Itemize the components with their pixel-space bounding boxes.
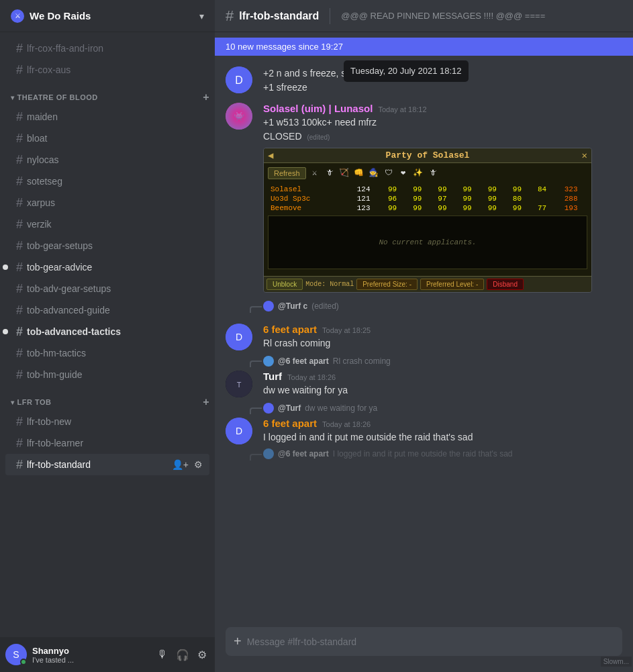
six-feet-text: Rl crash coming: [263, 336, 622, 350]
applicants-area: No current applicants.: [268, 215, 587, 269]
hash-icon: #: [16, 111, 23, 123]
channel-item-tob-gear-advice[interactable]: # tob-gear-advice: [5, 256, 209, 278]
avatar-area: T: [226, 371, 252, 397]
hash-icon: #: [16, 261, 23, 273]
channel-item-lfr-cox-ffa[interactable]: # lfr-cox-ffa-and-iron: [5, 38, 209, 59]
member-def-3: 99: [430, 203, 454, 213]
category-add-icon[interactable]: +: [203, 91, 209, 103]
channel-item-maiden[interactable]: # maiden: [5, 106, 209, 128]
six-feet-avatar-2: D: [226, 418, 252, 444]
svg-text:D: D: [236, 426, 242, 436]
turf-reply-preview: @6 feet apart Rl crash coming: [215, 353, 633, 368]
hash-icon: #: [16, 459, 23, 471]
member-str-2: 99: [405, 194, 430, 203]
svg-text:👾: 👾: [234, 111, 245, 122]
solasel-content: Solasel (uim) | Lunasol Today at 18:12 +…: [263, 103, 622, 293]
attach-button[interactable]: +: [234, 627, 242, 656]
channel-item-lfr-tob-learner[interactable]: # lfr-tob-learner: [5, 432, 209, 454]
channel-label: lfr-tob-standard: [27, 459, 91, 470]
embed-titlebar: ◀ Party of Solasel ✕: [264, 148, 591, 163]
channel-topic: @@@ READ PINNED MESSAGES !!!! @@@ ====: [341, 11, 622, 21]
channel-header-name: lfr-tob-standard: [239, 10, 319, 22]
channel-label: tob-adv-gear-setups: [27, 283, 111, 294]
channel-item-tob-adv-gear-setups[interactable]: # tob-adv-gear-setups: [5, 278, 209, 299]
turf-avatar: T: [226, 371, 252, 397]
refresh-button[interactable]: Refresh: [268, 167, 306, 179]
channel-item-tob-advanced-tactics[interactable]: # tob-advanced-tactics: [5, 321, 209, 342]
member-att-2: 96: [380, 194, 405, 203]
shield-icon: 🛡: [383, 167, 395, 179]
channel-item-tob-gear-setups[interactable]: # tob-gear-setups: [5, 235, 209, 256]
quote-text: I logged in and it put me outside the ra…: [333, 449, 513, 459]
channel-item-tob-advanced-guide[interactable]: # tob-advanced-guide: [5, 299, 209, 321]
messages-container: 10 new messages since 19:27 D +2 n and s…: [215, 32, 633, 627]
avatar-area: D: [226, 66, 252, 93]
user-settings-icon[interactable]: ⚙: [195, 646, 209, 664]
preferred-level-button[interactable]: Preferred Level: -: [420, 279, 484, 290]
mute-icon[interactable]: 🎙: [154, 646, 171, 664]
svg-text:D: D: [235, 75, 243, 86]
channel-item-nylocas[interactable]: # nylocas: [5, 149, 209, 171]
deafen-icon[interactable]: 🎧: [173, 646, 192, 664]
embed-back-button[interactable]: ◀: [268, 150, 273, 161]
category-theatre-of-blood[interactable]: ▾ THEATRE OF BLOOD +: [0, 81, 215, 106]
hash-icon: #: [16, 197, 23, 209]
channel-item-lfr-tob-standard[interactable]: # lfr-tob-standard 👤+ ⚙: [5, 454, 209, 475]
channel-item-bloat[interactable]: # bloat: [5, 128, 209, 149]
preferred-size-button[interactable]: Preferred Size: -: [356, 279, 418, 290]
hash-icon: #: [16, 64, 23, 76]
sword-icon: ⚔: [309, 167, 321, 179]
magic-icon: 🧙: [368, 167, 380, 179]
member-cb-1: 124: [347, 185, 380, 194]
category-lfr-tob[interactable]: ▾ LFR TOB +: [0, 385, 215, 411]
category-label: LFR TOB: [17, 398, 52, 406]
member-kc-1: 323: [554, 185, 587, 194]
channel-item-lfr-cox-aus[interactable]: # lfr-cox-aus: [5, 59, 209, 81]
message-input[interactable]: [247, 629, 614, 655]
channel-item-verzik[interactable]: # verzik: [5, 213, 209, 235]
member-att-3: 99: [380, 203, 405, 213]
member-pray-3: 77: [530, 203, 554, 213]
reply-text-preview: (edited): [311, 301, 339, 311]
channel-item-sotetseg[interactable]: # sotetseg: [5, 171, 209, 192]
six-feet-timestamp: Today at 18:25: [322, 326, 371, 334]
channel-list: # lfr-cox-ffa-and-iron # lfr-cox-aus ▾ T…: [0, 32, 215, 637]
hash-icon: #: [16, 132, 23, 144]
member-name-1: Solasel: [268, 185, 347, 194]
hash-icon: #: [16, 283, 23, 295]
six-feet-reply-preview-2: @Turf dw we waiting for ya: [215, 400, 633, 415]
unblock-button[interactable]: Unblock: [266, 279, 303, 290]
unread-dot: [3, 329, 8, 334]
channel-item-tob-hm-guide[interactable]: # tob-hm-guide: [5, 364, 209, 385]
message-header: Turf Today at 18:26: [263, 371, 622, 382]
message-text-2: +1 sfreeze Tuesday, 20 July 2021 18:12: [263, 81, 622, 95]
embed-close-button[interactable]: ✕: [582, 150, 587, 161]
mode-value-text: Normal: [330, 281, 354, 288]
six-feet-message-2: D 6 feet apart Today at 18:26 I logged i…: [215, 415, 633, 447]
channel-item-tob-hm-tactics[interactable]: # tob-hm-tactics: [5, 342, 209, 364]
six-feet-content: 6 feet apart Today at 18:25 Rl crash com…: [263, 324, 622, 350]
reply-to-username: @Turf c: [278, 301, 307, 311]
user-info: Shannyo I've tasted ...: [32, 646, 149, 664]
edited-label: (edited): [307, 134, 330, 141]
prayer-icon: ✨: [412, 167, 424, 179]
server-name: We Do Raids: [30, 10, 91, 21]
add-user-icon[interactable]: 👤+: [171, 458, 190, 471]
embed-title: Party of Solasel: [386, 150, 470, 160]
server-header[interactable]: ⚔ We Do Raids ▾: [0, 0, 215, 32]
reply-indicator: @Turf c (edited): [226, 301, 622, 311]
disband-button[interactable]: Disband: [487, 279, 524, 290]
category-add-icon[interactable]: +: [203, 396, 209, 408]
category-chevron-icon: ▾: [11, 399, 15, 406]
channel-item-xarpus[interactable]: # xarpus: [5, 192, 209, 213]
new-messages-banner[interactable]: 10 new messages since 19:27: [215, 38, 633, 56]
turf-text: dw we waiting for ya: [263, 383, 622, 397]
channel-item-lfr-tob-new[interactable]: # lfr-tob-new: [5, 411, 209, 432]
member-pray-1: 84: [530, 185, 554, 194]
settings-icon[interactable]: ⚙: [193, 458, 204, 471]
channel-label: tob-gear-setups: [27, 240, 93, 251]
channel-label: tob-hm-tactics: [27, 348, 86, 358]
member-def-1: 99: [430, 185, 454, 194]
online-status-dot: [20, 659, 27, 665]
embed-body: Refresh ⚔ 🗡 🏹 👊 🧙 🛡 ❤ ✨ 🗡: [264, 163, 591, 276]
